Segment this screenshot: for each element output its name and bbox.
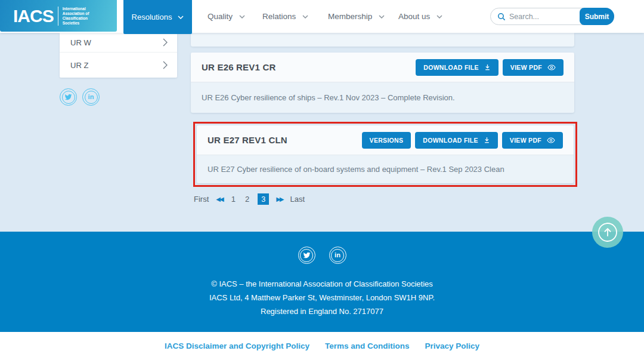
chevron-down-icon <box>436 15 442 19</box>
nav-item-relations[interactable]: Relations <box>262 0 308 33</box>
download-icon <box>484 137 490 143</box>
pagination-last[interactable]: Last <box>290 195 305 204</box>
logo-tagline-line: International <box>63 7 86 11</box>
chevron-right-icon <box>163 61 168 69</box>
pagination-page-3-current[interactable]: 3 <box>258 193 269 205</box>
card-body: UR E26 Cyber resilience of ships – Rev.1… <box>191 82 574 112</box>
card-title: UR E26 REV1 CR <box>202 62 276 72</box>
pagination-prev-icon[interactable]: ◀◀ <box>216 196 222 202</box>
logo-tagline-line: Classification <box>63 16 88 20</box>
download-icon <box>484 64 491 70</box>
card-title: UR E27 REV1 CLN <box>208 135 287 145</box>
pagination-page-1[interactable]: 1 <box>230 195 237 204</box>
twitter-icon[interactable] <box>298 247 315 264</box>
nav-label: Resolutions <box>132 13 172 21</box>
sidebar-menu: UR W UR Z <box>60 33 177 78</box>
iacs-logo[interactable]: IACS International Association of Classi… <box>0 0 117 32</box>
arrow-up-circle-icon <box>597 221 618 243</box>
logo-acronym: IACS <box>13 7 54 25</box>
sidebar-item-label: UR Z <box>70 61 88 70</box>
chevron-right-icon <box>163 38 168 47</box>
button-label: VERSIONS <box>370 137 404 144</box>
linkedin-glyph: in <box>88 94 94 100</box>
chevron-down-icon <box>239 15 245 19</box>
terms-link[interactable]: Terms and Conditions <box>325 341 410 350</box>
view-pdf-button[interactable]: VIEW PDF <box>502 132 563 149</box>
download-file-button[interactable]: DOWNLOAD FILE <box>415 132 498 149</box>
chevron-down-icon <box>302 15 308 19</box>
header: IACS International Association of Classi… <box>0 0 644 33</box>
footer-registration: Registered in England No. 2717077 <box>0 304 644 318</box>
nav-item-quality[interactable]: Quality <box>208 0 245 33</box>
footer-copyright: © IACS – the International Association o… <box>0 277 644 291</box>
sidebar-item-label: UR W <box>70 38 91 47</box>
card-body: UR E27 Cyber resilience of on-board syst… <box>197 155 574 183</box>
footer: in © IACS – the International Associatio… <box>0 232 644 332</box>
scroll-to-top-button[interactable] <box>592 217 623 248</box>
twitter-icon[interactable] <box>60 88 77 106</box>
sidebar-item-ur-w[interactable]: UR W <box>60 33 177 53</box>
footer-address: IACS Ltd, 4 Matthew Parker St, Westminst… <box>0 291 644 304</box>
eye-icon <box>547 137 555 143</box>
page: IACS International Association of Classi… <box>0 0 644 360</box>
card-actions: DOWNLOAD FILE VIEW PDF <box>416 59 564 76</box>
view-pdf-button[interactable]: VIEW PDF <box>503 59 564 76</box>
pagination-first[interactable]: First <box>194 195 209 204</box>
resolution-card-ur-e27: UR E27 REV1 CLN VERSIONS DOWNLOAD FILE V… <box>197 125 574 183</box>
button-label: DOWNLOAD FILE <box>423 64 479 71</box>
linkedin-icon[interactable]: in <box>329 247 346 264</box>
versions-button[interactable]: VERSIONS <box>362 132 411 149</box>
previous-card-partial <box>191 33 574 47</box>
nav-item-membership[interactable]: Membership <box>328 0 385 33</box>
footer-text: © IACS – the International Association o… <box>0 277 644 318</box>
nav-item-about-us[interactable]: About us <box>398 0 442 33</box>
card-description: UR E27 Cyber resilience of on-board syst… <box>208 165 504 174</box>
search-submit-button[interactable]: Submit <box>580 8 614 25</box>
nav-label: About us <box>398 12 430 21</box>
footer-social-links: in <box>0 232 644 264</box>
disclaimer-link[interactable]: IACS Disclaimer and Copyright Policy <box>165 341 309 350</box>
resolution-card-ur-e26: UR E26 REV1 CR DOWNLOAD FILE VIEW PDF UR… <box>191 53 574 113</box>
search-icon <box>497 13 506 21</box>
nav-label: Relations <box>262 12 296 21</box>
download-file-button[interactable]: DOWNLOAD FILE <box>416 59 499 76</box>
search-bar: Submit <box>490 8 614 25</box>
nav-label: Quality <box>208 12 233 21</box>
bottom-legal-links: IACS Disclaimer and Copyright Policy Ter… <box>0 332 644 360</box>
chevron-down-icon <box>178 16 184 19</box>
card-description: UR E26 Cyber resilience of ships – Rev.1… <box>202 93 455 102</box>
card-actions: VERSIONS DOWNLOAD FILE VIEW PDF <box>362 132 563 149</box>
logo-tagline: International Association of Classificat… <box>58 7 89 26</box>
sidebar-item-ur-z[interactable]: UR Z <box>60 53 177 78</box>
card-header: UR E27 REV1 CLN VERSIONS DOWNLOAD FILE V… <box>197 125 574 155</box>
eye-icon <box>547 64 556 70</box>
pagination-next-icon[interactable]: ▶▶ <box>276 196 283 202</box>
logo-tagline-line: Societies <box>63 21 80 25</box>
linkedin-icon[interactable]: in <box>82 88 100 106</box>
privacy-link[interactable]: Privacy Policy <box>425 341 480 350</box>
nav-label: Membership <box>328 12 372 21</box>
sidebar-social-links: in <box>60 88 100 106</box>
nav-item-resolutions[interactable]: Resolutions <box>123 0 192 34</box>
card-header: UR E26 REV1 CR DOWNLOAD FILE VIEW PDF <box>191 53 574 82</box>
search-input[interactable] <box>506 13 580 21</box>
logo-tagline-line: Association of <box>63 11 89 16</box>
chevron-down-icon <box>379 15 385 19</box>
linkedin-glyph: in <box>335 252 340 259</box>
pagination: First ◀◀ 1 2 3 ▶▶ Last <box>194 193 305 205</box>
pagination-page-2[interactable]: 2 <box>244 195 250 204</box>
button-label: DOWNLOAD FILE <box>423 137 478 144</box>
button-label: VIEW PDF <box>510 64 542 71</box>
button-label: VIEW PDF <box>510 137 541 144</box>
